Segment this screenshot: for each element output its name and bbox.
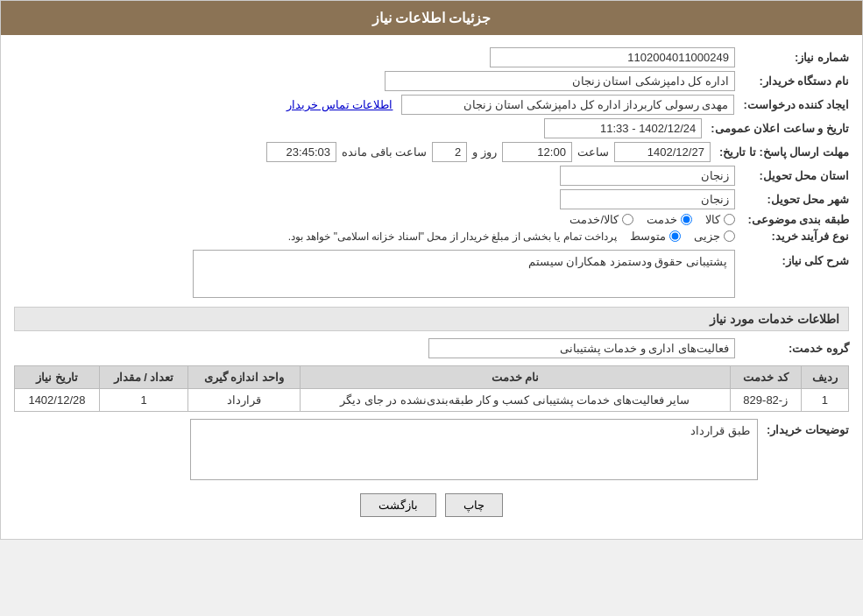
- radio-mottavasset-label: متوسط: [630, 230, 666, 243]
- buyer-notes-row: توضیحات خریدار: طبق قرارداد: [14, 419, 849, 480]
- buyer-org-label: نام دستگاه خریدار:: [735, 74, 849, 88]
- city-row: شهر محل تحویل: زنجان: [14, 189, 849, 209]
- col-header-row: ردیف: [801, 366, 848, 389]
- buyer-org-row: نام دستگاه خریدار: اداره کل دامپزشکی است…: [14, 71, 849, 91]
- purchase-notice: پرداخت تمام یا بخشی از مبلغ خریدار از مح…: [288, 230, 617, 243]
- announce-date-value: 1402/12/24 - 11:33: [544, 118, 702, 138]
- page-header: جزئیات اطلاعات نیاز: [1, 1, 862, 35]
- creator-value: مهدی رسولی کاربرداز اداره کل دامپزشکی اس…: [401, 95, 734, 115]
- creator-label: ایجاد کننده درخواست:: [734, 98, 849, 111]
- province-row: استان محل تحویل: زنجان: [14, 166, 849, 186]
- category-khedmat: خدمت: [647, 213, 692, 226]
- services-table: ردیف کد خدمت نام خدمت واحد اندازه گیری ت…: [14, 365, 849, 412]
- category-options: کالا خدمت کالا/خدمت: [569, 213, 735, 226]
- service-group-value: فعالیت‌های اداری و خدمات پشتیبانی: [428, 338, 735, 358]
- province-value: زنجان: [560, 166, 735, 186]
- announce-date-label: تاریخ و ساعت اعلان عمومی:: [702, 122, 849, 135]
- radio-jozi[interactable]: [724, 230, 735, 242]
- contact-link[interactable]: اطلاعات تماس خریدار: [286, 98, 393, 111]
- col-header-unit: واحد اندازه گیری: [188, 366, 301, 389]
- services-section-title: اطلاعات خدمات مورد نیاز: [14, 307, 849, 331]
- category-row: طبقه بندی موضوعی: کالا خدمت کالا/خدمت: [14, 213, 849, 226]
- radio-kala-khedmat[interactable]: [622, 214, 633, 225]
- general-desc-row: شرح کلی نیاز: پشتیبانی حقوق ودستمزد همکا…: [14, 250, 849, 298]
- deadline-remaining-label: ساعت باقی مانده: [336, 145, 432, 159]
- page-wrapper: جزئیات اطلاعات نیاز شماره نیاز: 11020040…: [0, 0, 863, 540]
- announce-date-row: تاریخ و ساعت اعلان عمومی: 1402/12/24 - 1…: [14, 118, 849, 138]
- creator-row: ایجاد کننده درخواست: مهدی رسولی کاربرداز…: [14, 95, 849, 115]
- need-number-row: شماره نیاز: 1102004011000249: [14, 47, 849, 67]
- purchase-type-options: جزیی متوسط: [630, 230, 735, 243]
- purchase-mottavasset: متوسط: [630, 230, 681, 243]
- content-area: شماره نیاز: 1102004011000249 نام دستگاه …: [1, 35, 862, 539]
- radio-kala[interactable]: [724, 214, 735, 225]
- general-desc-value: پشتیبانی حقوق ودستمزد همکاران سیستم: [193, 250, 735, 298]
- back-button[interactable]: بازگشت: [360, 493, 436, 517]
- service-group-label: گروه خدمت:: [735, 342, 849, 355]
- deadline-time: 12:00: [502, 142, 572, 162]
- city-label: شهر محل تحویل:: [735, 193, 849, 206]
- table-row: 1ز-82-829سایر فعالیت‌های خدمات پشتیبانی …: [15, 389, 849, 412]
- deadline-remaining: 23:45:03: [266, 142, 336, 162]
- purchase-jozi: جزیی: [694, 230, 735, 243]
- radio-kala-khedmat-label: کالا/خدمت: [569, 213, 619, 226]
- deadline-row: مهلت ارسال پاسخ: تا تاریخ: 1402/12/27 سا…: [14, 142, 849, 162]
- deadline-label: مهلت ارسال پاسخ: تا تاریخ:: [711, 145, 849, 159]
- deadline-days: 2: [432, 142, 467, 162]
- need-number-label: شماره نیاز:: [735, 51, 849, 64]
- print-button[interactable]: چاپ: [445, 493, 503, 517]
- col-header-date: تاریخ نیاز: [15, 366, 100, 389]
- buyer-org-value: اداره کل دامپزشکی استان زنجان: [385, 71, 735, 91]
- category-kala: کالا: [705, 213, 735, 226]
- col-header-quantity: تعداد / مقدار: [99, 366, 187, 389]
- radio-mottavasset[interactable]: [669, 230, 681, 242]
- deadline-date: 1402/12/27: [614, 142, 711, 162]
- category-kala-khedmat: کالا/خدمت: [569, 213, 633, 226]
- radio-jozi-label: جزیی: [694, 230, 720, 243]
- category-label: طبقه بندی موضوعی:: [735, 213, 849, 226]
- city-value: زنجان: [560, 189, 735, 209]
- purchase-type-row: نوع فرآیند خرید: جزیی متوسط پرداخت تمام …: [14, 230, 849, 243]
- col-header-service-name: نام خدمت: [300, 366, 730, 389]
- purchase-type-label: نوع فرآیند خرید:: [735, 230, 849, 243]
- radio-khedmat-label: خدمت: [647, 213, 677, 226]
- deadline-time-label: ساعت: [572, 145, 614, 159]
- col-header-service-code: کد خدمت: [730, 366, 801, 389]
- need-number-value: 1102004011000249: [490, 47, 735, 67]
- buyer-notes-label: توضیحات خریدار:: [767, 419, 849, 436]
- general-desc-label: شرح کلی نیاز:: [735, 250, 849, 267]
- service-group-row: گروه خدمت: فعالیت‌های اداری و خدمات پشتی…: [14, 338, 849, 358]
- buttons-row: چاپ بازگشت: [14, 493, 849, 517]
- province-label: استان محل تحویل:: [735, 169, 849, 182]
- radio-kala-label: کالا: [705, 213, 720, 226]
- radio-khedmat[interactable]: [681, 214, 692, 225]
- buyer-notes-value: طبق قرارداد: [190, 419, 758, 480]
- deadline-day-label: روز و: [467, 145, 502, 159]
- page-title: جزئیات اطلاعات نیاز: [372, 11, 492, 25]
